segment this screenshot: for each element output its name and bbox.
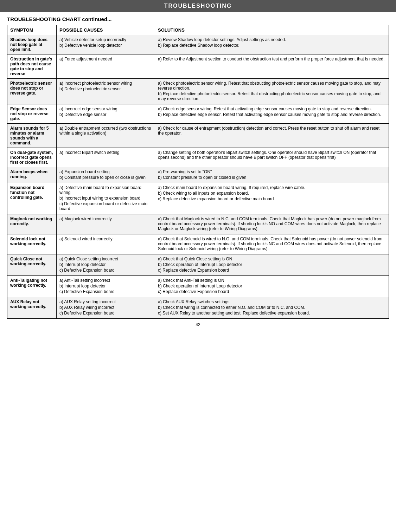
symptom-cell: Shadow loop does not keep gate at open l…: [7, 35, 57, 54]
symptom-cell: Alarm beeps when running.: [7, 167, 57, 183]
causes-cell: a) Vehicle detector setup incorrectlyb) …: [57, 35, 155, 54]
cause-item: b) AUX Relay wiring incorrect: [59, 305, 152, 310]
solution-item: b) Check that wiring is connected to eit…: [158, 305, 386, 310]
symptom-cell: Expansion board function not controlling…: [7, 183, 57, 214]
solution-item: a) Change setting of both operator's Bip…: [158, 150, 386, 160]
causes-cell: a) Solenoid wired incorrectly: [57, 234, 155, 254]
solution-item: a) Check main board to expansion board w…: [158, 185, 386, 190]
solutions-cell: a) Pre-warning is set to "ON"b) Constant…: [155, 167, 389, 183]
cause-item: a) Incorrect photoelectric sensor wiring: [59, 81, 152, 86]
solution-item: a) Review Shadow loop detector settings.…: [158, 37, 386, 42]
table-row: Maglock not working correctly.a) Maglock…: [7, 214, 389, 234]
page-footer: 42: [0, 319, 396, 331]
symptom-cell: On dual-gate system, incorrect gate open…: [7, 148, 57, 167]
solution-item: a) Check that Solenoid is wired to N.O. …: [158, 236, 386, 251]
table-row: On dual-gate system, incorrect gate open…: [7, 148, 389, 167]
solution-item: b) Replace defective Shadow loop detecto…: [158, 43, 386, 48]
symptom-cell: Solenoid lock not working correctly.: [7, 234, 57, 254]
table-row: AUX Relay not working correctly.a) AUX R…: [7, 297, 389, 319]
solution-item: a) Refer to the Adjustment section to co…: [158, 57, 386, 61]
causes-cell: a) Incorrect Bipart switch setting: [57, 148, 155, 167]
solutions-cell: a) Check main board to expansion board w…: [155, 183, 389, 214]
solution-item: c) Replace defective Expansion board: [158, 289, 386, 294]
solution-item: b) Constant pressure to open or closed i…: [158, 175, 386, 180]
solution-item: a) Check that Anti-Tail setting is ON: [158, 278, 386, 283]
table-row: Quick Close not working correctly.a) Qui…: [7, 254, 389, 276]
cause-item: a) Anti-Tail setting incorrect: [59, 278, 152, 283]
solution-item: a) Check that Maglock is wired to N.C. a…: [158, 216, 386, 231]
cause-item: a) Solenoid wired incorrectly: [59, 236, 152, 241]
solutions-cell: a) Check that Maglock is wired to N.C. a…: [155, 214, 389, 234]
table-row: Edge Sensor does not stop or reverse gat…: [7, 104, 389, 124]
cause-item: b) Constant pressure to open or close is…: [59, 175, 152, 180]
section-title: TROUBLESHOOTING CHART continued...: [0, 12, 396, 25]
symptom-cell: Quick Close not working correctly.: [7, 254, 57, 276]
solutions-cell: a) Check that Anti-Tail setting is ONb) …: [155, 276, 389, 297]
cause-item: a) Double entrapment occurred (two obstr…: [59, 126, 152, 136]
symptom-cell: Anti-Tailgating not working correctly.: [7, 276, 57, 297]
symptom-cell: Alarm sounds for 5 minutes or alarm soun…: [7, 124, 57, 148]
causes-cell: a) Force adjustment needed: [57, 54, 155, 79]
solution-item: b) Replace defective photoelectric senso…: [158, 91, 386, 101]
solution-item: a) Check photoelectric sensor wiring. Re…: [158, 81, 386, 91]
solution-item: b) Replace defective edge sensor. Retest…: [158, 112, 386, 117]
causes-cell: a) Incorrect photoelectric sensor wiring…: [57, 79, 155, 104]
cause-item: b) Defective vehicle loop detector: [59, 43, 152, 48]
solutions-cell: a) Check photoelectric sensor wiring. Re…: [155, 79, 389, 104]
symptom-header: SYMPTOM: [7, 25, 57, 35]
solutions-cell: a) Refer to the Adjustment section to co…: [155, 54, 389, 79]
table-row: Alarm beeps when running.a) Expansion bo…: [7, 167, 389, 183]
cause-item: a) Quick Close setting incorrect: [59, 257, 152, 261]
solutions-cell: a) Check that Solenoid is wired to N.O. …: [155, 234, 389, 254]
solution-item: a) Check that Quick Close setting is ON: [158, 257, 386, 261]
solutions-cell: a) Check that Quick Close setting is ONb…: [155, 254, 389, 276]
table-row: Photoelectric sensor does not stop or re…: [7, 79, 389, 104]
solution-item: b) Check operation of Interrupt Loop det…: [158, 262, 386, 267]
causes-cell: a) Expansion board settingb) Constant pr…: [57, 167, 155, 183]
cause-item: a) Vehicle detector setup incorrectly: [59, 37, 152, 42]
solution-item: a) Check AUX Relay switches settings: [158, 299, 386, 304]
cause-item: b) Defective photoelectric sensor: [59, 86, 152, 91]
causes-cell: a) Defective main board to expansion boa…: [57, 183, 155, 214]
symptom-cell: Maglock not working correctly.: [7, 214, 57, 234]
cause-item: b) Defective edge sensor: [59, 112, 152, 117]
cause-item: c) Defective Expansion board: [59, 311, 152, 316]
solutions-cell: a) Review Shadow loop detector settings.…: [155, 35, 389, 54]
solution-item: a) Check edge sensor wiring. Retest that…: [158, 106, 386, 111]
page-header: TROUBLESHOOTING: [0, 0, 396, 12]
table-row: Anti-Tailgating not working correctly.a)…: [7, 276, 389, 297]
symptom-cell: Photoelectric sensor does not stop or re…: [7, 79, 57, 104]
symptom-cell: AUX Relay not working correctly.: [7, 297, 57, 319]
solution-item: b) Check operation of Interrupt Loop det…: [158, 284, 386, 288]
causes-cell: a) Double entrapment occurred (two obstr…: [57, 124, 155, 148]
cause-item: a) Force adjustment needed: [59, 57, 152, 61]
causes-cell: a) AUX Relay setting incorrectb) AUX Rel…: [57, 297, 155, 319]
cause-item: a) Incorrect edge sensor wiring: [59, 106, 152, 111]
solution-item: c) Set AUX Relay to another setting and …: [158, 311, 386, 316]
cause-item: a) Incorrect Bipart switch setting: [59, 150, 152, 155]
table-row: Solenoid lock not working correctly.a) S…: [7, 234, 389, 254]
causes-cell: a) Anti-Tail setting incorrectb) Interru…: [57, 276, 155, 297]
solutions-cell: a) Change setting of both operator's Bip…: [155, 148, 389, 167]
cause-item: a) Defective main board to expansion boa…: [59, 185, 152, 195]
cause-item: c) Defective expansion board or defectiv…: [59, 201, 152, 211]
solution-item: c) Replace defective Expansion board: [158, 268, 386, 273]
solution-item: a) Pre-warning is set to "ON": [158, 169, 386, 174]
table-row: Obstruction in gate's path does not caus…: [7, 54, 389, 79]
cause-item: b) Incorrect input wiring to expansion b…: [59, 196, 152, 201]
causes-cell: a) Incorrect edge sensor wiringb) Defect…: [57, 104, 155, 124]
table-row: Alarm sounds for 5 minutes or alarm soun…: [7, 124, 389, 148]
solutions-header: SOLUTIONS: [155, 25, 389, 35]
cause-item: a) Maglock wired incorrectly: [59, 216, 152, 221]
solutions-cell: a) Check for cause of entrapment (obstru…: [155, 124, 389, 148]
causes-cell: a) Maglock wired incorrectly: [57, 214, 155, 234]
cause-item: b) Interrupt loop detector: [59, 284, 152, 288]
symptom-cell: Edge Sensor does not stop or reverse gat…: [7, 104, 57, 124]
causes-cell: a) Quick Close setting incorrectb) Inter…: [57, 254, 155, 276]
causes-header: POSSIBLE CAUSES: [57, 25, 155, 35]
symptom-cell: Obstruction in gate's path does not caus…: [7, 54, 57, 79]
table-row: Shadow loop does not keep gate at open l…: [7, 35, 389, 54]
cause-item: a) Expansion board setting: [59, 169, 152, 174]
cause-item: a) AUX Relay setting incorrect: [59, 299, 152, 304]
cause-item: c) Defective Expansion board: [59, 268, 152, 273]
